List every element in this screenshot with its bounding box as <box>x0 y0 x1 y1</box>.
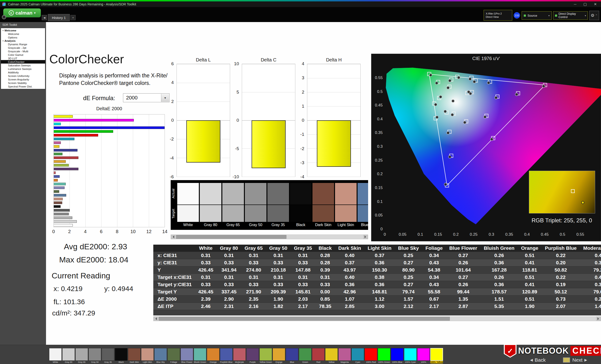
patch-color <box>272 348 285 361</box>
patch-button-blue-flower[interactable]: Blue Flower <box>180 348 193 364</box>
patch-button-light-skin[interactable]: Light Skin <box>141 348 154 364</box>
sidebar-collapse-button[interactable]: ◀ <box>42 15 47 20</box>
sidebar-item-grayscale-multi[interactable]: Grayscale - Multi <box>1 49 45 53</box>
deltae-bar-dark-skin <box>54 201 62 204</box>
settings-button[interactable]: ⚙ ⌃ <box>589 11 599 20</box>
patch-button-bluish-green[interactable]: Bluish Green <box>194 348 206 364</box>
patch-color <box>391 348 404 361</box>
patch-button-gray-80[interactable]: Gray 80 <box>62 348 75 364</box>
patch-button-100-yellow[interactable]: 100% Yellow <box>430 348 443 364</box>
patch-button-cyan[interactable]: Cyan <box>351 348 364 364</box>
sidebar-item-options[interactable]: Options <box>1 36 45 39</box>
patch-button-moderate-red[interactable]: Moderate Red <box>233 348 246 364</box>
table-cell: 0.33 <box>241 259 266 267</box>
sidebar-item-welcome[interactable]: Welcome <box>1 32 45 36</box>
sidebar-item-spectral-power-dist[interactable]: Spectral Power Dist. <box>1 85 45 88</box>
source-label: Source <box>528 14 537 17</box>
patch-button-purplish-blue[interactable]: Purplish Blue <box>220 348 233 364</box>
scroll-right-icon[interactable] <box>596 317 601 321</box>
minimize-icon[interactable]: ─ <box>574 2 577 6</box>
patch-button-100-cyan[interactable]: 100% Cyan <box>404 348 417 364</box>
patch-button-gray-35[interactable]: Gray 35 <box>102 348 114 364</box>
scroll-left-icon[interactable] <box>171 235 176 239</box>
chevron-up-icon: ⌃ <box>595 14 598 17</box>
deltae-bar-gray-80 <box>54 220 77 223</box>
display-preview-icon[interactable] <box>563 357 570 363</box>
sidebar-item-grayscale-2pt[interactable]: Grayscale - 2pt <box>1 46 45 49</box>
axis-tick-label: 0 <box>302 118 304 123</box>
sidebar-item-color-gamut[interactable]: Color Gamut <box>1 53 45 57</box>
table-cell: 2.90 <box>217 296 241 303</box>
tree-group-welcome[interactable]: ▾Welcome <box>1 29 45 32</box>
sidebar-item-3d-lut[interactable]: 3D LUT <box>1 57 45 60</box>
table-cell: 0.33 <box>266 281 291 288</box>
table-cell: 0.41 <box>518 259 541 267</box>
axis-tick-label: -10 <box>233 174 239 179</box>
table-cell: 0.31 <box>315 274 335 281</box>
meter-button[interactable]: X-Rite i1Pro 2 Direct View <box>484 10 512 21</box>
patch-button-gray-50[interactable]: Gray 50 <box>89 348 101 364</box>
delta-bar <box>317 120 351 167</box>
calman-menu-button[interactable]: c calman ▾ <box>3 9 41 17</box>
sidebar-item-screen-uniformity[interactable]: Screen Uniformity <box>1 74 45 78</box>
patch-button-yellow[interactable]: Yellow <box>325 348 338 364</box>
patch-button-dark-skin[interactable]: Dark Skin <box>128 348 141 364</box>
deltae-bar-gray-65 <box>54 217 72 219</box>
add-tab-button[interactable]: + <box>70 15 76 20</box>
sidebar-item-screen-angularity[interactable]: Screen Angularity <box>1 78 45 81</box>
patch-color <box>299 348 311 361</box>
scrollbar-thumb[interactable] <box>159 317 450 321</box>
patch-button-foliage[interactable]: Foliage <box>167 348 180 364</box>
patch-button-blue-sky[interactable]: Blue Sky <box>154 348 167 364</box>
patch-button-blue[interactable]: Blue <box>286 348 298 364</box>
panel-menu-button[interactable] <box>2 15 6 19</box>
de-formula-dropdown[interactable]: 2000 ▾ <box>123 93 170 102</box>
back-button[interactable]: ◀ Back <box>530 357 546 363</box>
close-icon[interactable]: ✕ <box>594 2 597 6</box>
source-button[interactable]: Source ▾ <box>522 11 552 20</box>
patch-label: Yellow <box>325 361 338 363</box>
table-cell: 42.96 <box>335 288 364 296</box>
patch-button-green[interactable]: Green <box>299 348 311 364</box>
patch-button-orange[interactable]: Orange <box>207 348 220 364</box>
patch-button-100-magenta[interactable]: 100% Magenta <box>417 348 430 364</box>
tab-history-1[interactable]: History 1 <box>48 14 70 21</box>
scroll-right-icon[interactable] <box>363 235 368 239</box>
patch-button-yellow-green[interactable]: Yellow Green <box>260 348 272 364</box>
sidebar-item-dynamic-range[interactable]: Dynamic Range <box>1 42 45 46</box>
table-cell: 80.90 <box>395 267 422 274</box>
patch-button-black[interactable]: Black <box>115 348 128 364</box>
maximize-icon[interactable]: ▢ <box>583 2 587 6</box>
deltae-bar-magenta <box>54 141 61 144</box>
sidebar-item-saturation-sweeps[interactable]: Saturation Sweeps <box>1 64 45 67</box>
table-scrollbar[interactable] <box>153 316 601 321</box>
patch-button-100-red[interactable]: 100% Red <box>365 348 377 364</box>
sidebar-item-screen-stability[interactable]: Screen Stability <box>1 81 45 85</box>
table-header-cell: Blue Flower <box>446 245 481 252</box>
patch-button-100-blue[interactable]: 100% Blue <box>391 348 404 364</box>
table-cell: 3.00 <box>364 303 395 310</box>
patch-button-magenta[interactable]: Magenta <box>338 348 351 364</box>
patch-button-gray-65[interactable]: Gray 65 <box>75 348 88 364</box>
sidebar-item-colorchecker[interactable]: ColorChecker <box>1 60 45 64</box>
scrollbar-thumb[interactable] <box>176 235 286 239</box>
sidebar-item-luminance-sweeps[interactable]: Luminance Sweeps <box>1 67 45 71</box>
next-button[interactable]: Next ▶ <box>572 357 587 363</box>
swatch-target <box>245 205 266 222</box>
patch-button-white[interactable]: White <box>49 348 62 364</box>
table-cell: 0.46 <box>580 252 601 259</box>
patch-button-100-green[interactable]: 100% Green <box>378 348 391 364</box>
swatch-strip-scrollbar[interactable] <box>171 235 368 239</box>
table-header-cell: Purplish Blue <box>541 245 580 252</box>
table-row-label: Target x:CIE31 <box>153 274 195 281</box>
tree-group-analysis[interactable]: ▾Analysis <box>1 39 45 42</box>
gridline <box>242 64 295 64</box>
table-row: Y426.45341.94274.80210.18147.880.3943.97… <box>153 267 601 274</box>
sidebar-item-additivity[interactable]: Additivity <box>1 71 45 74</box>
patch-button-purple[interactable]: Purple <box>246 348 259 364</box>
display-control-button[interactable]: Direct Display Control ▾ <box>553 11 588 20</box>
meter-count-badge[interactable]: 233 <box>514 12 520 19</box>
scroll-left-icon[interactable] <box>153 317 158 321</box>
patch-button-orange-yellow[interactable]: Orange Yellow <box>272 348 285 364</box>
patch-button-red[interactable]: Red <box>312 348 325 364</box>
